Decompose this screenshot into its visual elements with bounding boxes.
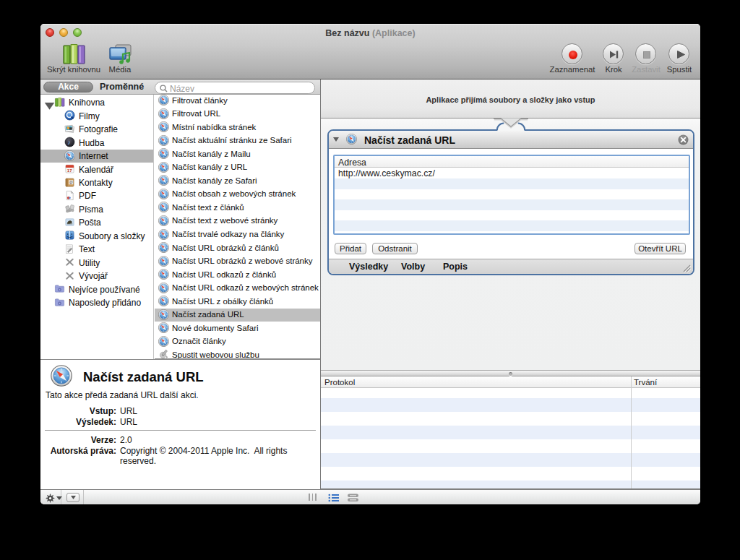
- svg-text:♪: ♪: [67, 139, 70, 146]
- svg-text:@: @: [69, 180, 73, 184]
- svg-text:17: 17: [67, 168, 72, 173]
